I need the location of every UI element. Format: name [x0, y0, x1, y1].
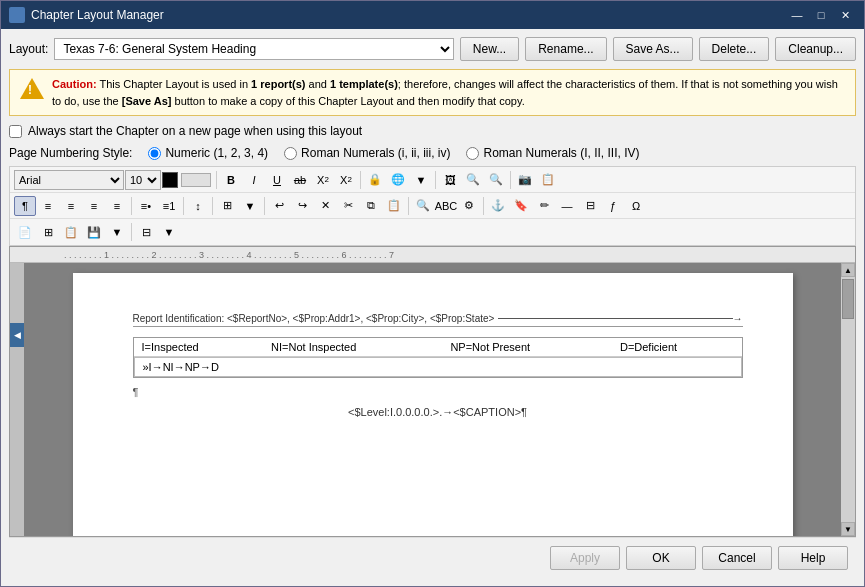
- cleanup-button[interactable]: Cleanup...: [775, 37, 856, 61]
- strikethrough-button[interactable]: ab: [289, 170, 311, 190]
- scroll-up-button[interactable]: ▲: [841, 263, 855, 277]
- help-button[interactable]: Help: [778, 546, 848, 570]
- new-page-label: Always start the Chapter on a new page w…: [28, 124, 362, 138]
- list-unordered-button[interactable]: ≡•: [135, 196, 157, 216]
- bookmark-button[interactable]: 🔖: [510, 196, 532, 216]
- delete-button[interactable]: Delete...: [699, 37, 770, 61]
- img3-button[interactable]: 📋: [537, 170, 559, 190]
- paragraph-align-button[interactable]: ¶: [14, 196, 36, 216]
- table-dropdown-button[interactable]: ▼: [239, 196, 261, 216]
- dropdown-button[interactable]: ▼: [410, 170, 432, 190]
- new-button[interactable]: New...: [460, 37, 519, 61]
- paste-button[interactable]: 📋: [383, 196, 405, 216]
- zoom-out-button[interactable]: 🔍: [485, 170, 507, 190]
- layout-row: Layout: Texas 7-6: General System Headin…: [9, 37, 856, 61]
- layout-select[interactable]: Texas 7-6: General System Heading: [54, 38, 453, 60]
- list-ordered-button[interactable]: ≡1: [158, 196, 180, 216]
- subscript-button[interactable]: X2: [312, 170, 334, 190]
- copy2-button[interactable]: 📋: [60, 222, 82, 242]
- align-justify-button[interactable]: ≡: [106, 196, 128, 216]
- editor-container: . . . . . . . . 1 . . . . . . . . 2 . . …: [9, 246, 856, 537]
- toolbar-row-3: 📄 ⊞ 📋 💾 ▼ ⊟ ▼: [10, 219, 855, 245]
- align-left-button[interactable]: ≡: [37, 196, 59, 216]
- undo-button[interactable]: ↩: [268, 196, 290, 216]
- scroll-thumb[interactable]: [842, 279, 854, 319]
- scroll-down-button[interactable]: ▼: [841, 522, 855, 536]
- radio-roman-lower-label: Roman Numerals (i, ii, iii, iv): [301, 146, 450, 160]
- separator3: [435, 171, 436, 189]
- ok-button[interactable]: OK: [626, 546, 696, 570]
- separator6: [183, 197, 184, 215]
- save-dropdown-button[interactable]: ▼: [106, 222, 128, 242]
- table-button[interactable]: ⊞: [216, 196, 238, 216]
- warning-text2: and: [306, 78, 330, 90]
- minimize-button[interactable]: —: [786, 6, 808, 24]
- radio-numeric-input[interactable]: [148, 147, 161, 160]
- radio-roman-lower: Roman Numerals (i, ii, iii, iv): [284, 146, 450, 160]
- maximize-button[interactable]: □: [810, 6, 832, 24]
- underline-button[interactable]: U: [266, 170, 288, 190]
- editor-scroll[interactable]: Report Identification: <$ReportNo>, <$Pr…: [24, 263, 841, 536]
- save-as-button[interactable]: Save As...: [613, 37, 693, 61]
- cut-button[interactable]: ✂: [337, 196, 359, 216]
- align-center-button[interactable]: ≡: [60, 196, 82, 216]
- spellcheck-button[interactable]: ABC: [435, 196, 457, 216]
- edit-button[interactable]: ✏: [533, 196, 555, 216]
- report-id-label: Report Identification: <$ReportNo>, <$Pr…: [133, 313, 495, 324]
- copy-button[interactable]: ⧉: [360, 196, 382, 216]
- doc-button[interactable]: 📄: [14, 222, 36, 242]
- rename-button[interactable]: Rename...: [525, 37, 606, 61]
- warning-text1: This Chapter Layout is used in: [97, 78, 252, 90]
- separator8: [264, 197, 265, 215]
- layout-label: Layout:: [9, 42, 48, 56]
- layout2-button[interactable]: ⊟: [579, 196, 601, 216]
- numbering-label: Page Numbering Style:: [9, 146, 132, 160]
- grid-button[interactable]: ⊞: [37, 222, 59, 242]
- bold-button[interactable]: B: [220, 170, 242, 190]
- caution-label: Caution:: [52, 78, 97, 90]
- anchor-button[interactable]: ⚓: [487, 196, 509, 216]
- separator7: [212, 197, 213, 215]
- minus-button[interactable]: ⊟: [135, 222, 157, 242]
- new-page-checkbox[interactable]: [9, 125, 22, 138]
- formula-button[interactable]: ƒ: [602, 196, 624, 216]
- legend-header-row: I=Inspected NI=Not Inspected NP=Not Pres…: [134, 338, 742, 357]
- radio-roman-lower-input[interactable]: [284, 147, 297, 160]
- find-button[interactable]: 🔍: [412, 196, 434, 216]
- align-right-button[interactable]: ≡: [83, 196, 105, 216]
- save-button[interactable]: 💾: [83, 222, 105, 242]
- font-family-select[interactable]: Arial: [14, 170, 124, 190]
- radio-roman-upper-input[interactable]: [466, 147, 479, 160]
- italic-button[interactable]: I: [243, 170, 265, 190]
- title-bar-controls: — □ ✕: [786, 6, 856, 24]
- close-button[interactable]: ✕: [834, 6, 856, 24]
- line-spacing-button[interactable]: ↕: [187, 196, 209, 216]
- superscript-button[interactable]: X2: [335, 170, 357, 190]
- redo-button[interactable]: ↪: [291, 196, 313, 216]
- view-dropdown-button[interactable]: ▼: [158, 222, 180, 242]
- img2-button[interactable]: 📷: [514, 170, 536, 190]
- scrollbar-right[interactable]: ▲ ▼: [841, 263, 855, 536]
- separator2: [360, 171, 361, 189]
- caption-text: <$Level:I.0.0.0.0.>.→<$CAPTION>¶: [348, 406, 527, 418]
- text-color-picker[interactable]: [162, 172, 178, 188]
- report-id-line-bar: [498, 318, 732, 319]
- web-button[interactable]: 🌐: [387, 170, 409, 190]
- warning-bold2: 1 template(s): [330, 78, 398, 90]
- dash-button[interactable]: —: [556, 196, 578, 216]
- separator: [216, 171, 217, 189]
- checkbox-row: Always start the Chapter on a new page w…: [9, 124, 856, 138]
- tools-button[interactable]: ⚙: [458, 196, 480, 216]
- apply-button[interactable]: Apply: [550, 546, 620, 570]
- left-margin: ◀: [10, 263, 24, 536]
- image-button[interactable]: 🖼: [439, 170, 461, 190]
- cancel-button[interactable]: Cancel: [702, 546, 772, 570]
- font-size-select[interactable]: 10: [125, 170, 161, 190]
- delete-content-button[interactable]: ✕: [314, 196, 336, 216]
- chapter-layout-manager-window: Chapter Layout Manager — □ ✕ Layout: Tex…: [0, 0, 865, 587]
- lock-button[interactable]: 🔒: [364, 170, 386, 190]
- margin-tab[interactable]: ◀: [10, 323, 24, 347]
- page: Report Identification: <$ReportNo>, <$Pr…: [73, 273, 793, 536]
- omega-button[interactable]: Ω: [625, 196, 647, 216]
- zoom-in-button[interactable]: 🔍: [462, 170, 484, 190]
